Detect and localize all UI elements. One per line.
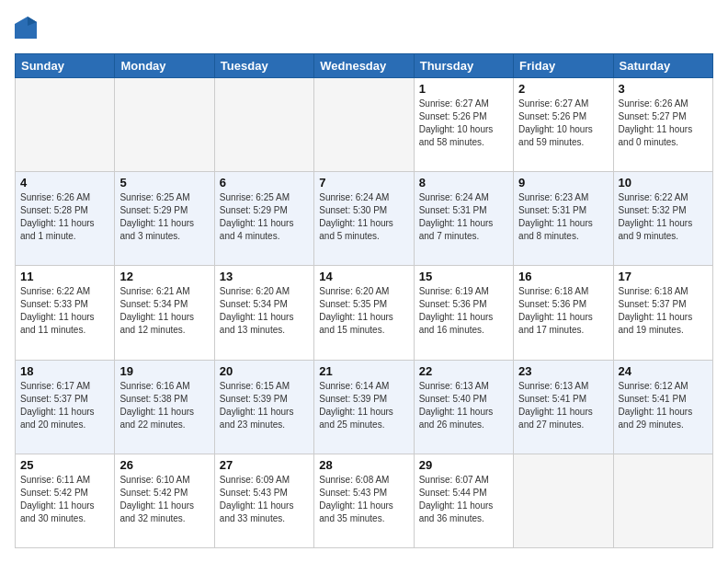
- day-number: 24: [619, 364, 708, 378]
- svg-marker-0: [15, 17, 37, 39]
- day-info: Sunrise: 6:27 AM Sunset: 5:26 PM Dayligh…: [518, 98, 608, 149]
- calendar-cell: 16Sunrise: 6:18 AM Sunset: 5:36 PM Dayli…: [514, 266, 613, 360]
- day-number: 11: [20, 270, 109, 283]
- day-info: Sunrise: 6:20 AM Sunset: 5:34 PM Dayligh…: [220, 285, 309, 337]
- calendar-cell: 19Sunrise: 6:16 AM Sunset: 5:38 PM Dayli…: [115, 360, 214, 454]
- day-number: 1: [419, 82, 508, 96]
- calendar-cell: [115, 78, 214, 172]
- day-info: Sunrise: 6:07 AM Sunset: 5:44 PM Dayligh…: [419, 474, 508, 525]
- day-info: Sunrise: 6:22 AM Sunset: 5:33 PM Dayligh…: [20, 285, 109, 337]
- col-header-friday: Friday: [514, 54, 613, 78]
- calendar-cell: [314, 78, 414, 172]
- day-number: 25: [20, 458, 109, 472]
- calendar-cell: [514, 454, 613, 547]
- calendar-cell: 8Sunrise: 6:24 AM Sunset: 5:31 PM Daylig…: [414, 172, 513, 266]
- day-info: Sunrise: 6:20 AM Sunset: 5:35 PM Dayligh…: [319, 285, 408, 337]
- calendar-cell: 20Sunrise: 6:15 AM Sunset: 5:39 PM Dayli…: [214, 360, 313, 454]
- day-info: Sunrise: 6:14 AM Sunset: 5:39 PM Dayligh…: [319, 380, 408, 431]
- calendar-cell: 17Sunrise: 6:18 AM Sunset: 5:37 PM Dayli…: [613, 266, 712, 360]
- day-info: Sunrise: 6:22 AM Sunset: 5:32 PM Dayligh…: [619, 191, 708, 243]
- page: SundayMondayTuesdayWednesdayThursdayFrid…: [0, 0, 728, 563]
- calendar-cell: 5Sunrise: 6:25 AM Sunset: 5:29 PM Daylig…: [115, 172, 214, 266]
- header: [15, 15, 713, 44]
- calendar-week-row: 25Sunrise: 6:11 AM Sunset: 5:42 PM Dayli…: [16, 454, 713, 547]
- day-info: Sunrise: 6:19 AM Sunset: 5:36 PM Dayligh…: [419, 285, 508, 337]
- day-info: Sunrise: 6:10 AM Sunset: 5:42 PM Dayligh…: [119, 474, 209, 525]
- calendar-cell: 3Sunrise: 6:26 AM Sunset: 5:27 PM Daylig…: [613, 78, 712, 172]
- col-header-sunday: Sunday: [16, 54, 115, 78]
- day-number: 4: [20, 176, 109, 190]
- day-number: 18: [20, 364, 109, 378]
- day-info: Sunrise: 6:08 AM Sunset: 5:43 PM Dayligh…: [319, 474, 408, 525]
- calendar-cell: 12Sunrise: 6:21 AM Sunset: 5:34 PM Dayli…: [115, 266, 214, 360]
- col-header-wednesday: Wednesday: [314, 54, 414, 78]
- calendar-header-row: SundayMondayTuesdayWednesdayThursdayFrid…: [16, 54, 713, 78]
- day-info: Sunrise: 6:24 AM Sunset: 5:30 PM Dayligh…: [319, 191, 408, 243]
- calendar-cell: 22Sunrise: 6:13 AM Sunset: 5:40 PM Dayli…: [414, 360, 513, 454]
- calendar-table: SundayMondayTuesdayWednesdayThursdayFrid…: [15, 53, 713, 548]
- calendar-cell: 4Sunrise: 6:26 AM Sunset: 5:28 PM Daylig…: [16, 172, 115, 266]
- day-number: 21: [319, 364, 408, 378]
- day-info: Sunrise: 6:23 AM Sunset: 5:31 PM Dayligh…: [518, 191, 608, 243]
- day-number: 29: [419, 458, 508, 472]
- day-info: Sunrise: 6:27 AM Sunset: 5:26 PM Dayligh…: [419, 98, 508, 149]
- calendar-cell: 13Sunrise: 6:20 AM Sunset: 5:34 PM Dayli…: [214, 266, 313, 360]
- day-number: 10: [619, 176, 708, 190]
- calendar-cell: 14Sunrise: 6:20 AM Sunset: 5:35 PM Dayli…: [314, 266, 414, 360]
- calendar-cell: 7Sunrise: 6:24 AM Sunset: 5:30 PM Daylig…: [314, 172, 414, 266]
- day-number: 17: [619, 270, 708, 283]
- day-number: 6: [220, 176, 309, 190]
- calendar-cell: 26Sunrise: 6:10 AM Sunset: 5:42 PM Dayli…: [115, 454, 214, 547]
- calendar-cell: [613, 454, 712, 547]
- calendar-cell: 28Sunrise: 6:08 AM Sunset: 5:43 PM Dayli…: [314, 454, 414, 547]
- day-info: Sunrise: 6:25 AM Sunset: 5:29 PM Dayligh…: [119, 191, 209, 243]
- calendar-cell: [214, 78, 313, 172]
- col-header-tuesday: Tuesday: [214, 54, 313, 78]
- day-info: Sunrise: 6:13 AM Sunset: 5:40 PM Dayligh…: [419, 380, 508, 431]
- calendar-cell: [16, 78, 115, 172]
- day-number: 16: [518, 270, 608, 283]
- calendar-cell: 10Sunrise: 6:22 AM Sunset: 5:32 PM Dayli…: [613, 172, 712, 266]
- day-number: 22: [419, 364, 508, 378]
- day-number: 23: [518, 364, 608, 378]
- day-info: Sunrise: 6:11 AM Sunset: 5:42 PM Dayligh…: [20, 474, 109, 525]
- calendar-week-row: 1Sunrise: 6:27 AM Sunset: 5:26 PM Daylig…: [16, 78, 713, 172]
- col-header-monday: Monday: [115, 54, 214, 78]
- calendar-week-row: 4Sunrise: 6:26 AM Sunset: 5:28 PM Daylig…: [16, 172, 713, 266]
- day-number: 19: [119, 364, 209, 378]
- day-number: 26: [119, 458, 209, 472]
- calendar-cell: 27Sunrise: 6:09 AM Sunset: 5:43 PM Dayli…: [214, 454, 313, 547]
- day-info: Sunrise: 6:21 AM Sunset: 5:34 PM Dayligh…: [119, 285, 209, 337]
- logo: [15, 15, 39, 44]
- calendar-cell: 21Sunrise: 6:14 AM Sunset: 5:39 PM Dayli…: [314, 360, 414, 454]
- day-number: 14: [319, 270, 408, 283]
- day-number: 9: [518, 176, 608, 190]
- day-number: 13: [220, 270, 309, 283]
- col-header-thursday: Thursday: [414, 54, 513, 78]
- day-info: Sunrise: 6:15 AM Sunset: 5:39 PM Dayligh…: [220, 380, 309, 431]
- calendar-week-row: 18Sunrise: 6:17 AM Sunset: 5:37 PM Dayli…: [16, 360, 713, 454]
- calendar-cell: 29Sunrise: 6:07 AM Sunset: 5:44 PM Dayli…: [414, 454, 513, 547]
- day-number: 28: [319, 458, 408, 472]
- calendar-cell: 23Sunrise: 6:13 AM Sunset: 5:41 PM Dayli…: [514, 360, 613, 454]
- calendar-cell: 15Sunrise: 6:19 AM Sunset: 5:36 PM Dayli…: [414, 266, 513, 360]
- day-number: 27: [220, 458, 309, 472]
- calendar-cell: 6Sunrise: 6:25 AM Sunset: 5:29 PM Daylig…: [214, 172, 313, 266]
- calendar-cell: 11Sunrise: 6:22 AM Sunset: 5:33 PM Dayli…: [16, 266, 115, 360]
- day-info: Sunrise: 6:26 AM Sunset: 5:28 PM Dayligh…: [20, 191, 109, 243]
- day-info: Sunrise: 6:18 AM Sunset: 5:37 PM Dayligh…: [619, 285, 708, 337]
- calendar-cell: 24Sunrise: 6:12 AM Sunset: 5:41 PM Dayli…: [613, 360, 712, 454]
- day-info: Sunrise: 6:13 AM Sunset: 5:41 PM Dayligh…: [518, 380, 608, 431]
- day-info: Sunrise: 6:17 AM Sunset: 5:37 PM Dayligh…: [20, 380, 109, 431]
- day-info: Sunrise: 6:25 AM Sunset: 5:29 PM Dayligh…: [220, 191, 309, 243]
- day-number: 20: [220, 364, 309, 378]
- day-number: 5: [119, 176, 209, 190]
- calendar-cell: 9Sunrise: 6:23 AM Sunset: 5:31 PM Daylig…: [514, 172, 613, 266]
- calendar-cell: 1Sunrise: 6:27 AM Sunset: 5:26 PM Daylig…: [414, 78, 513, 172]
- calendar-cell: 2Sunrise: 6:27 AM Sunset: 5:26 PM Daylig…: [514, 78, 613, 172]
- day-info: Sunrise: 6:16 AM Sunset: 5:38 PM Dayligh…: [119, 380, 209, 431]
- day-info: Sunrise: 6:26 AM Sunset: 5:27 PM Dayligh…: [619, 98, 708, 149]
- logo-icon: [15, 17, 37, 44]
- day-info: Sunrise: 6:12 AM Sunset: 5:41 PM Dayligh…: [619, 380, 708, 431]
- day-number: 3: [619, 82, 708, 96]
